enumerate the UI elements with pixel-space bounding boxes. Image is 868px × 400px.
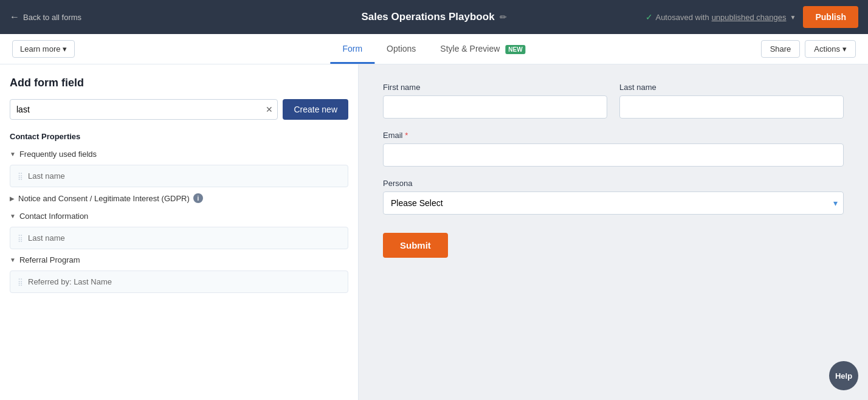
search-clear-button[interactable]: ✕ (266, 105, 273, 114)
list-item[interactable]: ⣿ Last name (10, 165, 348, 187)
help-button[interactable]: Help (829, 361, 858, 390)
chevron-down-icon: ▼ (10, 151, 16, 157)
learn-more-label: Learn more (20, 44, 60, 53)
tab-style-preview[interactable]: Style & Preview NEW (428, 35, 537, 64)
first-name-label: First name (383, 83, 607, 92)
tab-form-label: Form (342, 44, 362, 53)
publish-button[interactable]: Publish (803, 6, 858, 28)
right-panel: First name Last name Email * Persona (359, 64, 868, 400)
drag-handle-icon: ⣿ (18, 234, 23, 243)
chevron-down-icon: ▼ (10, 213, 16, 219)
group-label-frequently-used: Frequently used fields (19, 150, 97, 159)
share-label: Share (770, 44, 791, 53)
sub-nav-right: Share Actions ▾ (761, 40, 856, 58)
search-row: ✕ Create new (10, 99, 348, 120)
group-header-contact-info[interactable]: ▼ Contact Information (10, 209, 348, 223)
form-preview: First name Last name Email * Persona (383, 83, 844, 258)
drag-handle-icon: ⣿ (18, 172, 23, 181)
persona-select[interactable]: Please Select (383, 191, 844, 215)
learn-more-button[interactable]: Learn more ▾ (12, 40, 75, 58)
actions-button[interactable]: Actions ▾ (805, 40, 856, 58)
persona-select-wrap: Please Select ▾ (383, 191, 844, 215)
top-nav: ← Back to all forms Sales Operations Pla… (0, 0, 868, 34)
group-header-frequently-used[interactable]: ▼ Frequently used fields (10, 147, 348, 161)
group-label-referral: Referral Program (19, 255, 80, 264)
tab-style-label: Style & Preview (440, 44, 500, 53)
submit-row: Submit (383, 227, 844, 258)
back-button[interactable]: ← Back to all forms (10, 12, 81, 22)
chevron-down-icon: ▼ (10, 257, 16, 263)
info-icon: i (193, 193, 203, 203)
last-name-field: Last name (619, 83, 844, 119)
checkmark-icon: ✓ (646, 12, 653, 22)
actions-caret-icon: ▾ (842, 44, 847, 53)
email-label: Email * (383, 131, 844, 140)
contact-properties-header: Contact Properties (10, 132, 348, 141)
tab-options[interactable]: Options (374, 35, 428, 64)
create-new-button[interactable]: Create new (283, 99, 348, 120)
field-group-gdpr: ▶ Notice and Consent / Legitimate Intere… (10, 191, 348, 205)
back-arrow-icon: ← (10, 12, 19, 22)
unpublished-changes-link[interactable]: unpublished changes (712, 13, 787, 22)
email-field: Email * (383, 131, 844, 167)
persona-label: Persona (383, 179, 844, 188)
add-field-title: Add form field (10, 77, 348, 89)
group-label-gdpr: Notice and Consent / Legitimate Interest… (18, 194, 190, 203)
submit-button[interactable]: Submit (383, 233, 448, 258)
autosave-dropdown-icon[interactable]: ▼ (790, 14, 796, 21)
field-label: Referred by: Last Name (28, 277, 112, 286)
field-group-contact-info: ▼ Contact Information ⣿ Last name (10, 209, 348, 249)
field-label: Last name (28, 233, 65, 243)
autosave-text: Autosaved with (655, 13, 709, 22)
list-item[interactable]: ⣿ Referred by: Last Name (10, 271, 348, 293)
autosave-status: ✓ Autosaved with unpublished changes ▼ (646, 12, 796, 22)
last-name-input[interactable] (619, 95, 844, 119)
back-label: Back to all forms (23, 13, 81, 22)
tab-options-label: Options (387, 44, 416, 53)
first-name-field: First name (383, 83, 607, 119)
field-label: Last name (28, 171, 65, 181)
group-header-gdpr[interactable]: ▶ Notice and Consent / Legitimate Intere… (10, 191, 348, 205)
edit-icon[interactable]: ✏ (500, 12, 507, 22)
name-row: First name Last name (383, 83, 844, 119)
drag-handle-icon: ⣿ (18, 278, 23, 286)
email-input[interactable] (383, 143, 844, 167)
required-star: * (405, 131, 408, 140)
group-header-referral[interactable]: ▼ Referral Program (10, 253, 348, 267)
share-button[interactable]: Share (761, 40, 801, 58)
list-item[interactable]: ⣿ Last name (10, 227, 348, 249)
chevron-right-icon: ▶ (10, 195, 15, 202)
left-panel: Add form field ✕ Create new Contact Prop… (0, 64, 359, 400)
new-badge: NEW (505, 45, 525, 54)
field-group-frequently-used: ▼ Frequently used fields ⣿ Last name (10, 147, 348, 187)
persona-row: Persona Please Select ▾ (383, 179, 844, 215)
search-input[interactable] (10, 99, 278, 120)
sub-nav: Learn more ▾ Form Options Style & Previe… (0, 34, 868, 64)
last-name-label: Last name (619, 83, 844, 92)
field-group-referral: ▼ Referral Program ⣿ Referred by: Last N… (10, 253, 348, 293)
search-input-wrap: ✕ (10, 99, 278, 120)
email-row: Email * (383, 131, 844, 167)
tab-form[interactable]: Form (330, 35, 374, 64)
learn-more-caret-icon: ▾ (63, 44, 67, 53)
main-layout: Add form field ✕ Create new Contact Prop… (0, 64, 868, 400)
nav-tabs: Form Options Style & Preview NEW (330, 35, 537, 63)
persona-field: Persona Please Select ▾ (383, 179, 844, 215)
form-title: Sales Operations Playbook (361, 11, 494, 23)
group-label-contact-info: Contact Information (19, 212, 88, 221)
nav-right: ✓ Autosaved with unpublished changes ▼ P… (646, 6, 858, 28)
form-title-area: Sales Operations Playbook ✏ (361, 11, 506, 23)
first-name-input[interactable] (383, 95, 607, 119)
actions-label: Actions (814, 44, 840, 53)
